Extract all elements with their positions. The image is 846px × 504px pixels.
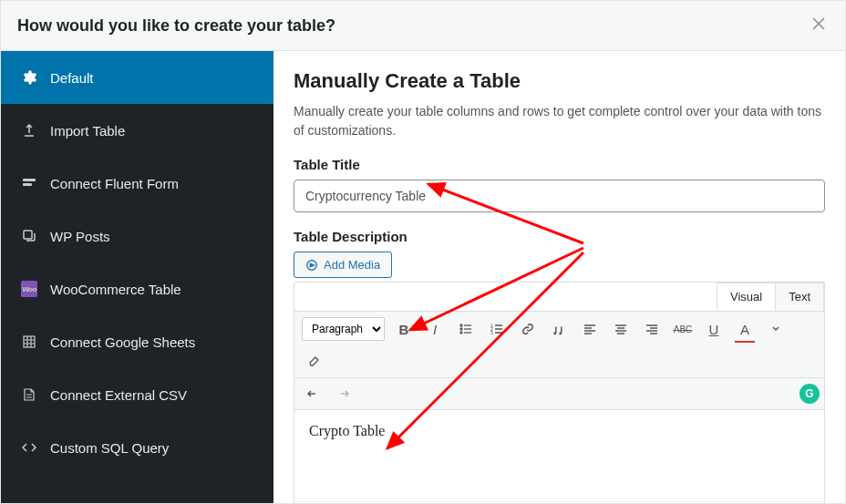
- redo-icon: [336, 387, 349, 400]
- svg-point-6: [460, 328, 462, 330]
- link-icon: [521, 323, 534, 335]
- align-left-icon: [583, 323, 596, 335]
- sidebar-item-label: Connect External CSV: [50, 387, 187, 403]
- sidebar-item-label: Connect Fluent Form: [50, 176, 179, 191]
- modal-title: How would you like to create your table?: [17, 16, 335, 36]
- file-icon: [21, 386, 37, 403]
- svg-rect-0: [23, 179, 36, 181]
- sidebar-item-google-sheets[interactable]: Connect Google Sheets: [1, 315, 273, 368]
- bullet-list-button[interactable]: [454, 317, 478, 341]
- svg-point-5: [460, 324, 462, 326]
- svg-rect-3: [24, 336, 35, 347]
- content-panel: Manually Create a Table Manually create …: [273, 51, 845, 503]
- description-label: Table Description: [294, 229, 825, 244]
- italic-icon: I: [433, 322, 437, 337]
- chevron-down-icon: [772, 325, 779, 333]
- tab-visual[interactable]: Visual: [717, 283, 776, 311]
- sidebar-item-import[interactable]: Import Table: [1, 104, 273, 157]
- strikethrough-icon: ABC: [674, 324, 693, 334]
- editor-toolbar-secondary: [294, 378, 824, 410]
- copy-icon: [21, 228, 37, 244]
- sheet-icon: [21, 334, 37, 350]
- title-label: Table Title: [294, 157, 825, 172]
- align-right-button[interactable]: [640, 317, 664, 341]
- content-description: Manually create your table columns and r…: [294, 102, 825, 140]
- modal-create-table: How would you like to create your table?…: [0, 0, 846, 504]
- strikethrough-button[interactable]: ABC: [671, 317, 695, 341]
- sidebar-item-default[interactable]: Default: [1, 51, 273, 104]
- title-input[interactable]: [294, 180, 825, 212]
- sidebar-item-fluent-form[interactable]: Connect Fluent Form: [1, 157, 273, 210]
- rich-editor: Visual Text Paragraph B I 123 AB: [294, 282, 825, 503]
- grammarly-badge[interactable]: G: [800, 384, 820, 404]
- sidebar-item-sql[interactable]: Custom SQL Query: [1, 421, 273, 474]
- sidebar-item-external-csv[interactable]: Connect External CSV: [1, 368, 273, 421]
- svg-point-7: [460, 332, 462, 334]
- sidebar-item-woocommerce[interactable]: Woo WooCommerce Table: [1, 262, 273, 315]
- code-icon: [21, 439, 37, 456]
- number-list-icon: 123: [490, 323, 503, 335]
- clear-format-button[interactable]: [302, 348, 325, 372]
- bold-icon: B: [399, 322, 409, 337]
- text-color-button[interactable]: A: [733, 317, 757, 341]
- text-color-icon: A: [740, 322, 749, 337]
- text-color-dropdown[interactable]: [764, 317, 788, 341]
- gear-icon: [21, 69, 37, 86]
- eraser-icon: [307, 354, 320, 366]
- bullet-list-icon: [459, 323, 472, 335]
- editor-toolbar-primary: Paragraph B I 123 ABC U A: [294, 311, 824, 378]
- bold-button[interactable]: B: [392, 317, 416, 341]
- align-right-icon: [645, 323, 658, 335]
- align-left-button[interactable]: [578, 317, 602, 341]
- sidebar-item-wp-posts[interactable]: WP Posts: [1, 210, 273, 262]
- redo-button[interactable]: [331, 382, 355, 406]
- sidebar-item-label: Custom SQL Query: [50, 440, 169, 456]
- link-button[interactable]: [516, 317, 540, 341]
- close-icon: [812, 17, 825, 30]
- sidebar-item-label: WooCommerce Table: [50, 282, 181, 297]
- undo-icon: [307, 387, 320, 400]
- woo-icon: Woo: [21, 281, 37, 297]
- svg-text:3: 3: [490, 330, 493, 335]
- add-media-button[interactable]: Add Media: [294, 252, 392, 278]
- svg-rect-2: [24, 231, 32, 239]
- editor-body[interactable]: Crypto Table: [294, 410, 824, 501]
- sidebar-item-label: Default: [50, 70, 94, 86]
- modal-header: How would you like to create your table?: [1, 1, 845, 51]
- content-heading: Manually Create a Table: [294, 69, 825, 93]
- form-icon: [21, 175, 37, 191]
- sidebar-item-label: Import Table: [50, 123, 125, 139]
- upload-icon: [21, 122, 37, 139]
- quote-button[interactable]: [547, 317, 571, 341]
- quote-icon: [552, 323, 565, 335]
- tab-text[interactable]: Text: [775, 283, 824, 311]
- sidebar: Default Import Table Connect Fluent Form…: [1, 51, 273, 503]
- sidebar-item-label: Connect Google Sheets: [50, 334, 195, 350]
- svg-rect-1: [23, 183, 32, 186]
- number-list-button[interactable]: 123: [485, 317, 509, 341]
- sidebar-item-label: WP Posts: [50, 229, 110, 244]
- format-select[interactable]: Paragraph: [302, 317, 385, 341]
- undo-button[interactable]: [302, 382, 325, 406]
- media-icon: [305, 259, 318, 272]
- align-center-button[interactable]: [609, 317, 633, 341]
- align-center-icon: [614, 323, 627, 335]
- underline-icon: U: [709, 322, 719, 337]
- underline-button[interactable]: U: [702, 317, 726, 341]
- resize-handle[interactable]: ◢: [294, 501, 824, 503]
- italic-button[interactable]: I: [423, 317, 447, 341]
- close-button[interactable]: [809, 14, 829, 37]
